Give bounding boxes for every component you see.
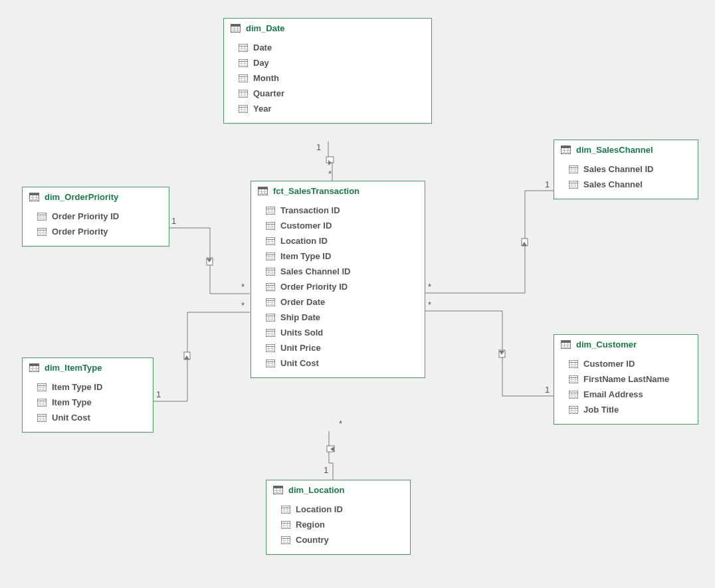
table-icon xyxy=(561,340,571,349)
field-label: Location ID xyxy=(296,504,343,514)
table-fields: Order Priority IDOrder Priority xyxy=(23,206,169,246)
field-label: Email Address xyxy=(583,389,643,399)
table-dim-date[interactable]: dim_Date DateDayMonthQuarterYear xyxy=(223,18,432,124)
field-label: Customer ID xyxy=(583,359,635,369)
field-row[interactable]: Unit Price xyxy=(251,340,425,355)
column-icon xyxy=(37,383,47,391)
table-icon xyxy=(29,193,39,201)
column-icon xyxy=(266,252,275,260)
field-label: Item Type xyxy=(52,397,92,407)
field-label: Day xyxy=(253,58,269,68)
table-title: dim_OrderPriority xyxy=(45,192,118,202)
table-fct-sales-transaction[interactable]: fct_SalesTransaction Transaction IDCusto… xyxy=(251,181,425,378)
column-icon xyxy=(569,406,578,414)
table-header: dim_SalesChannel xyxy=(554,140,698,159)
field-label: Ship Date xyxy=(280,312,320,322)
field-label: Sales Channel ID xyxy=(280,266,350,276)
table-fields: Transaction IDCustomer IDLocation IDItem… xyxy=(251,200,425,377)
cardinality-one: 1 xyxy=(545,179,550,189)
field-row[interactable]: Units Sold xyxy=(251,325,425,340)
field-row[interactable]: Quarter xyxy=(224,86,431,101)
field-row[interactable]: Day xyxy=(224,55,431,70)
table-icon xyxy=(273,486,283,494)
column-icon xyxy=(239,105,248,113)
table-header: dim_Location xyxy=(266,480,410,499)
column-icon xyxy=(281,521,290,529)
cardinality-many: * xyxy=(428,300,431,310)
field-row[interactable]: Item Type ID xyxy=(23,379,153,395)
field-row[interactable]: Sales Channel xyxy=(554,177,698,192)
field-label: Order Date xyxy=(280,297,325,307)
table-dim-location[interactable]: dim_Location Location IDRegionCountry xyxy=(266,480,411,555)
column-icon xyxy=(569,375,578,383)
field-row[interactable]: Unit Cost xyxy=(251,355,425,371)
table-header: dim_Customer xyxy=(554,335,698,353)
cardinality-many: * xyxy=(339,419,342,429)
cardinality-one: 1 xyxy=(156,389,161,399)
field-row[interactable]: Year xyxy=(224,101,431,116)
field-row[interactable]: Region xyxy=(266,517,410,532)
field-row[interactable]: Location ID xyxy=(251,233,425,248)
table-dim-item-type[interactable]: dim_ItemType Item Type IDItem TypeUnit C… xyxy=(22,357,153,433)
field-row[interactable]: Sales Channel ID xyxy=(554,161,698,177)
svg-marker-1 xyxy=(328,160,332,165)
cardinality-one: 1 xyxy=(324,465,328,475)
column-icon xyxy=(266,314,275,322)
column-icon xyxy=(37,213,47,221)
field-row[interactable]: Order Priority xyxy=(23,224,169,239)
field-row[interactable]: Ship Date xyxy=(251,310,425,325)
cardinality-one: 1 xyxy=(545,385,550,395)
table-dim-customer[interactable]: dim_Customer Customer IDFirstName LastNa… xyxy=(554,334,698,425)
table-icon xyxy=(29,363,39,372)
table-header: dim_Date xyxy=(224,19,431,37)
table-dim-order-priority[interactable]: dim_OrderPriority Order Priority IDOrder… xyxy=(22,187,169,246)
table-title: dim_SalesChannel xyxy=(576,145,653,155)
er-diagram-canvas: { "tables": { "date": { "title":"dim_Dat… xyxy=(0,0,715,588)
field-label: Date xyxy=(253,43,272,52)
field-label: Quarter xyxy=(253,88,284,98)
field-row[interactable]: Item Type xyxy=(23,395,153,410)
field-row[interactable]: Month xyxy=(224,70,431,86)
field-row[interactable]: Sales Channel ID xyxy=(251,264,425,279)
field-label: Sales Channel xyxy=(583,179,643,189)
field-row[interactable]: Transaction ID xyxy=(251,203,425,218)
table-title: dim_Customer xyxy=(576,340,637,349)
table-title: dim_ItemType xyxy=(45,363,102,373)
field-row[interactable]: Country xyxy=(266,532,410,547)
column-icon xyxy=(266,344,275,352)
field-label: FirstName LastName xyxy=(583,374,669,384)
table-title: dim_Date xyxy=(246,23,285,33)
table-fields: Item Type IDItem TypeUnit Cost xyxy=(23,377,153,432)
cardinality-many: * xyxy=(428,282,431,292)
field-row[interactable]: Job Title xyxy=(554,402,698,417)
field-label: Order Priority ID xyxy=(280,282,348,292)
field-label: Sales Channel ID xyxy=(583,164,653,174)
svg-rect-6 xyxy=(522,239,528,246)
svg-marker-11 xyxy=(330,446,334,452)
field-row[interactable]: Unit Cost xyxy=(23,410,153,425)
field-row[interactable]: FirstName LastName xyxy=(554,371,698,387)
column-icon xyxy=(569,391,578,399)
svg-rect-10 xyxy=(327,446,334,452)
table-dim-sales-channel[interactable]: dim_SalesChannel Sales Channel IDSales C… xyxy=(554,140,698,199)
field-row[interactable]: Location ID xyxy=(266,502,410,517)
field-row[interactable]: Order Date xyxy=(251,294,425,310)
cardinality-one: 1 xyxy=(316,142,321,152)
field-row[interactable]: Email Address xyxy=(554,387,698,402)
field-label: Unit Cost xyxy=(280,358,319,368)
column-icon xyxy=(569,165,578,173)
field-row[interactable]: Customer ID xyxy=(554,356,698,371)
cardinality-one: 1 xyxy=(171,216,176,226)
field-row[interactable]: Order Priority ID xyxy=(23,209,169,224)
svg-marker-9 xyxy=(499,351,504,355)
field-row[interactable]: Item Type ID xyxy=(251,248,425,264)
field-row[interactable]: Customer ID xyxy=(251,218,425,233)
cardinality-many: * xyxy=(328,169,332,179)
field-row[interactable]: Date xyxy=(224,40,431,55)
table-header: fct_SalesTransaction xyxy=(251,181,425,200)
field-label: Units Sold xyxy=(280,328,323,338)
field-row[interactable]: Order Priority ID xyxy=(251,279,425,294)
field-label: Transaction ID xyxy=(280,205,340,215)
table-header: dim_ItemType xyxy=(23,358,153,377)
column-icon xyxy=(281,506,290,514)
